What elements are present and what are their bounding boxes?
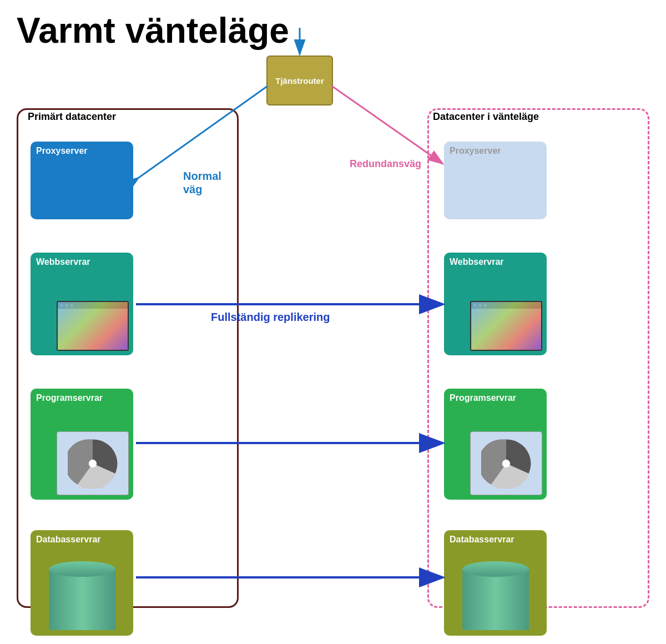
web-primary: Webbservrar xyxy=(31,253,133,355)
svg-line-10 xyxy=(332,86,443,164)
router-label: Tjänstrouter xyxy=(275,76,324,85)
app-standby: Programservrar xyxy=(444,389,547,500)
db-standby: Databasservrar xyxy=(444,530,547,636)
normal-way-label: Normalväg xyxy=(183,169,221,196)
router-box: Tjänstrouter xyxy=(266,56,333,105)
proxy-primary: Proxyserver xyxy=(31,142,133,219)
cylinder-primary xyxy=(49,561,115,630)
app-primary: Programservrar xyxy=(31,389,133,500)
redundancy-label: Redundansväg xyxy=(350,158,421,170)
svg-point-1 xyxy=(89,459,97,467)
pie-chart-primary xyxy=(57,431,129,495)
pie-chart-standby xyxy=(470,431,542,495)
proxy-standby: Proxyserver xyxy=(444,142,547,219)
replication-label: Fullständig replikering xyxy=(211,311,330,324)
page-title: Varmt vänteläge xyxy=(17,10,289,51)
db-primary: Databasservrar xyxy=(31,530,133,636)
svg-point-3 xyxy=(502,459,510,467)
cylinder-standby xyxy=(462,561,529,630)
web-standby: Webbservrar xyxy=(444,253,547,355)
